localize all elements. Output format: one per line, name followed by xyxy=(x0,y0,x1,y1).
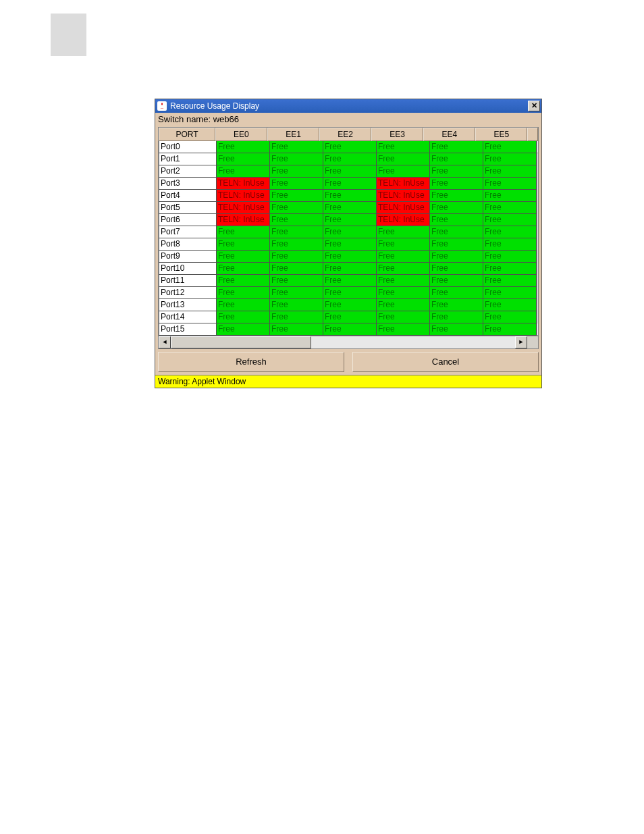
status-cell: Free xyxy=(217,251,270,263)
status-cell: Free xyxy=(377,226,430,238)
status-cell: Free xyxy=(430,202,483,214)
table-row[interactable]: Port8FreeFreeFreeFreeFreeFree xyxy=(159,238,537,251)
port-cell: Port2 xyxy=(159,165,217,178)
scroll-right-button[interactable]: ► xyxy=(515,336,527,348)
table-row[interactable]: Port1FreeFreeFreeFreeFreeFree xyxy=(159,153,537,165)
status-cell: Free xyxy=(430,141,483,153)
status-cell: Free xyxy=(483,202,537,214)
status-cell: Free xyxy=(323,141,377,153)
status-cell: Free xyxy=(483,226,537,238)
column-header-port[interactable]: PORT xyxy=(159,128,215,141)
close-button[interactable]: ✕ xyxy=(528,101,540,111)
column-header-ee0[interactable]: EE0 xyxy=(215,128,267,141)
port-cell: Port5 xyxy=(159,202,217,214)
status-cell: TELN: InUse xyxy=(377,202,430,214)
port-cell: Port11 xyxy=(159,275,217,287)
status-cell: Free xyxy=(377,153,430,165)
table-row[interactable]: Port5TELN: InUseFreeFreeTELN: InUseFreeF… xyxy=(159,202,537,214)
port-cell: Port7 xyxy=(159,226,217,238)
status-cell: Free xyxy=(217,323,270,336)
status-cell: Free xyxy=(323,287,377,299)
status-cell: Free xyxy=(270,311,323,323)
status-cell: Free xyxy=(217,238,270,251)
table-row[interactable]: Port0FreeFreeFreeFreeFreeFree xyxy=(159,141,537,153)
status-cell: Free xyxy=(270,263,323,275)
cancel-button[interactable]: Cancel xyxy=(352,352,539,372)
table-header-row: PORTEE0EE1EE2EE3EE4EE5 xyxy=(159,128,538,141)
table-row[interactable]: Port15FreeFreeFreeFreeFreeFree xyxy=(159,323,537,336)
status-cell: Free xyxy=(377,141,430,153)
status-cell: Free xyxy=(430,287,483,299)
status-cell: Free xyxy=(323,202,377,214)
port-cell: Port9 xyxy=(159,251,217,263)
column-header-ee4[interactable]: EE4 xyxy=(423,128,475,141)
status-cell: Free xyxy=(217,226,270,238)
status-cell: Free xyxy=(430,190,483,202)
status-cell: Free xyxy=(217,275,270,287)
switch-name-row: Switch name: web66 xyxy=(155,113,541,127)
table-row[interactable]: Port12FreeFreeFreeFreeFreeFree xyxy=(159,287,537,299)
status-cell: Free xyxy=(323,214,377,226)
status-cell: Free xyxy=(430,251,483,263)
status-cell: Free xyxy=(270,299,323,311)
scroll-thumb[interactable] xyxy=(171,336,311,348)
status-cell: Free xyxy=(217,263,270,275)
status-cell: Free xyxy=(430,165,483,178)
titlebar[interactable]: Resource Usage Display ✕ xyxy=(155,99,541,113)
status-cell: Free xyxy=(483,153,537,165)
table-row[interactable]: Port6TELN: InUseFreeFreeTELN: InUseFreeF… xyxy=(159,214,537,226)
table-row[interactable]: Port2FreeFreeFreeFreeFreeFree xyxy=(159,165,537,178)
table-row[interactable]: Port11FreeFreeFreeFreeFreeFree xyxy=(159,275,537,287)
status-cell: Free xyxy=(377,165,430,178)
column-header-ee3[interactable]: EE3 xyxy=(371,128,423,141)
status-cell: Free xyxy=(483,287,537,299)
scroll-track-h[interactable] xyxy=(311,336,515,348)
horizontal-scrollbar[interactable]: ◄ ► xyxy=(158,336,539,349)
scroll-up-button[interactable]: ▲ xyxy=(537,141,538,153)
table-row[interactable]: Port3TELN: InUseFreeFreeTELN: InUseFreeF… xyxy=(159,178,537,190)
status-cell: Free xyxy=(430,153,483,165)
table-row[interactable]: Port4TELN: InUseFreeFreeTELN: InUseFreeF… xyxy=(159,190,537,202)
scroll-down-button[interactable]: ▼ xyxy=(537,323,538,336)
status-cell: Free xyxy=(430,311,483,323)
status-cell: TELN: InUse xyxy=(377,178,430,190)
status-cell: Free xyxy=(483,275,537,287)
table-row[interactable]: Port9FreeFreeFreeFreeFreeFree xyxy=(159,251,537,263)
status-cell: Free xyxy=(323,311,377,323)
table-row[interactable]: Port7FreeFreeFreeFreeFreeFree xyxy=(159,226,537,238)
status-cell: Free xyxy=(323,238,377,251)
column-header-ee5[interactable]: EE5 xyxy=(475,128,527,141)
status-cell: Free xyxy=(323,251,377,263)
status-cell: Free xyxy=(377,251,430,263)
scroll-left-button[interactable]: ◄ xyxy=(159,336,171,348)
table-row[interactable]: Port14FreeFreeFreeFreeFreeFree xyxy=(159,311,537,323)
resource-table: PORTEE0EE1EE2EE3EE4EE5 Port0FreeFreeFree… xyxy=(158,127,539,336)
status-cell: Free xyxy=(483,214,537,226)
status-cell: Free xyxy=(483,263,537,275)
port-cell: Port8 xyxy=(159,238,217,251)
column-header-ee2[interactable]: EE2 xyxy=(319,128,371,141)
status-cell: Free xyxy=(270,287,323,299)
table-row[interactable]: Port10FreeFreeFreeFreeFreeFree xyxy=(159,263,537,275)
status-cell: Free xyxy=(483,251,537,263)
column-header-ee1[interactable]: EE1 xyxy=(267,128,319,141)
status-cell: Free xyxy=(270,214,323,226)
vertical-scrollbar[interactable]: ▲ ▼ xyxy=(537,141,538,336)
port-cell: Port14 xyxy=(159,311,217,323)
resource-usage-window: Resource Usage Display ✕ Switch name: we… xyxy=(155,99,542,388)
status-cell: TELN: InUse xyxy=(377,190,430,202)
port-cell: Port10 xyxy=(159,263,217,275)
status-cell: Free xyxy=(483,141,537,153)
port-cell: Port3 xyxy=(159,178,217,190)
port-cell: Port0 xyxy=(159,141,217,153)
refresh-button[interactable]: Refresh xyxy=(158,352,344,372)
scroll-track[interactable] xyxy=(537,153,538,323)
port-cell: Port4 xyxy=(159,190,217,202)
status-cell: TELN: InUse xyxy=(217,178,270,190)
table-row[interactable]: Port13FreeFreeFreeFreeFreeFree xyxy=(159,299,537,311)
status-cell: Free xyxy=(483,299,537,311)
status-cell: Free xyxy=(377,299,430,311)
status-cell: Free xyxy=(323,299,377,311)
switch-name-label: Switch name: xyxy=(158,114,211,124)
header-filler xyxy=(527,128,538,141)
